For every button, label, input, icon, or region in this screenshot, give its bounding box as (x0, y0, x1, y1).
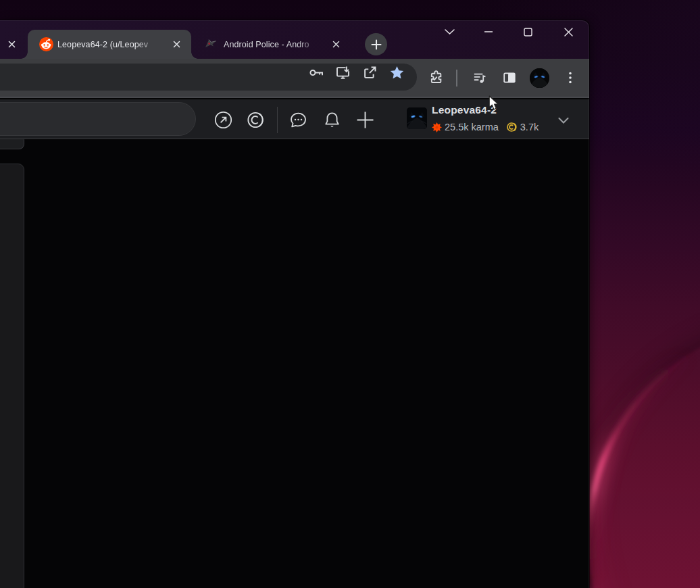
header-separator (277, 107, 278, 133)
user-stats: 25.5k karma 3.7k (432, 120, 539, 134)
close-icon (564, 28, 573, 36)
tab-close-button[interactable] (330, 39, 342, 50)
bookmark-star-icon[interactable] (385, 60, 408, 84)
android-police-favicon-icon (204, 37, 218, 51)
create-post-plus-icon[interactable] (354, 109, 376, 130)
reddit-favicon-icon (39, 37, 53, 51)
coin-count: 3.7k (520, 122, 539, 132)
search-tabs-button[interactable] (434, 20, 465, 43)
address-bar[interactable] (0, 64, 417, 91)
new-tab-button[interactable] (365, 33, 387, 55)
clipped-tab-close-button[interactable] (6, 39, 18, 50)
page-content (0, 139, 589, 588)
install-app-icon[interactable] (331, 60, 354, 84)
notifications-bell-icon[interactable] (321, 109, 343, 130)
close-icon (8, 41, 16, 48)
browser-toolbar (0, 59, 589, 98)
maximize-icon (524, 28, 532, 36)
close-icon (332, 41, 340, 48)
close-window-button[interactable] (553, 20, 584, 43)
minimize-icon (484, 31, 493, 32)
clipped-card-top (0, 139, 24, 149)
tab-strip: Leopeva64-2 (u/Leopev Android Police - A… (0, 20, 589, 59)
toolbar-separator (456, 70, 457, 87)
media-controls-icon[interactable] (468, 59, 491, 97)
side-panel-icon[interactable] (498, 59, 521, 97)
user-menu-chevron-icon (558, 114, 569, 126)
browser-window: Leopeva64-2 (u/Leopev Android Police - A… (0, 20, 589, 588)
maximize-button[interactable] (512, 20, 543, 43)
profile-avatar[interactable] (530, 68, 549, 88)
coin-icon (507, 122, 518, 132)
chat-icon[interactable] (287, 109, 309, 130)
share-icon[interactable] (358, 60, 381, 84)
karma-icon (432, 122, 442, 132)
reddit-search-bar[interactable] (0, 102, 196, 136)
username: Leopeva64-2 (432, 104, 497, 116)
screen: Leopeva64-2 (u/Leopev Android Police - A… (0, 0, 700, 588)
karma-count: 25.5k karma (445, 122, 499, 132)
tab-reddit-active[interactable]: Leopeva64-2 (u/Leopev (28, 30, 191, 59)
outbound-arrow-icon[interactable] (212, 109, 234, 130)
tab-title: Leopeva64-2 (u/Leopev (57, 30, 166, 59)
tab-android-police[interactable]: Android Police - Andro (194, 30, 347, 59)
extensions-icon[interactable] (424, 59, 447, 97)
close-icon (173, 41, 180, 48)
clipped-card-tall (0, 164, 24, 588)
reddit-header: Leopeva64-2 25.5k karma (0, 99, 589, 139)
minimize-button[interactable] (473, 20, 504, 43)
tab-title: Android Police - Andro (224, 30, 325, 59)
password-key-icon[interactable] (304, 60, 327, 84)
plus-icon (371, 39, 382, 50)
tab-close-button[interactable] (171, 39, 182, 50)
coins-icon[interactable] (245, 109, 267, 130)
chevron-down-icon (445, 29, 455, 34)
user-menu[interactable]: Leopeva64-2 25.5k karma (407, 99, 576, 139)
browser-menu-kebab-icon[interactable] (559, 59, 582, 97)
user-avatar (407, 107, 427, 129)
